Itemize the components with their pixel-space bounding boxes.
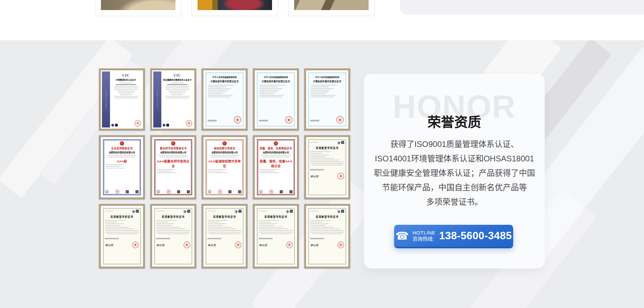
red-emblem-icon bbox=[120, 141, 124, 146]
red-round-stamp: ★ bbox=[132, 242, 139, 248]
red-emblem-icon bbox=[222, 141, 227, 146]
qr-code bbox=[289, 190, 292, 193]
hotline-number: 138-5600-3485 bbox=[439, 230, 512, 242]
honor-section: CERTIFICATE CIC 环境管理体系认证证书 ★ CERTIFICATE… bbox=[0, 40, 644, 308]
patent-inner-frame: 实用新型专利证书 申长雨 ★ bbox=[308, 208, 346, 264]
certificate-tile-10[interactable]: 实用新型专利证书 申长雨 ★ bbox=[304, 135, 350, 199]
qr-code bbox=[341, 210, 344, 213]
certificate-tile-2[interactable]: CERTIFICATE CIC 职业健康安全管理体系认证证书 ★ bbox=[150, 68, 196, 131]
cic-side-text: CERTIFICATE bbox=[156, 90, 158, 109]
hotline-label-zh: 咨询热线: bbox=[413, 236, 436, 242]
certificate-paper: 实用新型专利证书 申长雨 ★ bbox=[102, 207, 142, 265]
patent-footer: 申长雨 ★ bbox=[310, 173, 344, 179]
certificate-title: 环境管理体系认证证书 bbox=[111, 78, 141, 81]
certificate-paper: 实用新型专利证书 申长雨 ★ bbox=[256, 207, 296, 265]
patent-header bbox=[208, 210, 241, 214]
barcode bbox=[208, 238, 221, 239]
credit-logos: C ★ bbox=[259, 190, 292, 194]
certificate-paper: 中华人民共和国国家版权局 计算机软件著作权登记证书 ★ bbox=[256, 71, 296, 127]
red-star-stamp: ★ bbox=[115, 190, 119, 194]
certificate-paper: 中华人民共和国国家版权局 计算机软件著作权登记证书 ★ bbox=[205, 71, 245, 127]
red-star-stamp: ★ bbox=[186, 120, 192, 126]
certificate-paper: 质量、服务、信誉等级证书 合肥珂玛环保科技有限公司 质量、服务、信誉AAA级企业… bbox=[256, 138, 296, 196]
hotline-label-en: HOTLINE bbox=[413, 230, 436, 236]
credit-inner-frame: 重合同守信用等级证书 合肥珂玛环保科技有限公司 AAA级重合同守信用企业 C ★ bbox=[154, 139, 192, 195]
copyright-inner-frame: 中华人民共和国国家版权局 计算机软件著作权登记证书 ★ bbox=[308, 72, 346, 126]
red-star-stamp: ★ bbox=[269, 190, 273, 194]
gallery-photo-excavation bbox=[101, 0, 175, 10]
certificate-tile-4[interactable]: 中华人民共和国国家版权局 计算机软件著作权登记证书 ★ bbox=[253, 68, 299, 131]
certificate-title: 实用新型专利证书 bbox=[105, 215, 139, 218]
red-round-stamp: ★ bbox=[183, 242, 190, 248]
certificate-level: AAA级 bbox=[105, 159, 139, 163]
certificate-company: 合肥珂玛环保科技有限公司 bbox=[105, 151, 139, 154]
certificate-title: 实用新型专利证书 bbox=[208, 215, 241, 218]
qr-code bbox=[187, 210, 190, 213]
certificate-authority: 中华人民共和国国家版权局 bbox=[259, 75, 292, 79]
cic-qr-code bbox=[166, 124, 169, 126]
certificate-tile-6[interactable]: 企业信用等级证书 合肥珂玛环保科技有限公司 AAA级 C ★ bbox=[99, 135, 145, 199]
certificate-title: 实用新型专利证书 bbox=[259, 215, 293, 218]
cic-side-text: CERTIFICATE bbox=[105, 90, 107, 109]
patent-header bbox=[310, 210, 344, 214]
certificate-tile-14[interactable]: 实用新型专利证书 申长雨 ★ bbox=[253, 204, 299, 268]
certificate-paper: 实用新型专利证书 申长雨 ★ bbox=[307, 207, 347, 265]
cnipa-logo bbox=[132, 210, 136, 214]
certificate-company: 合肥珂玛环保科技有限公司 bbox=[208, 151, 241, 154]
signature: 申长雨 bbox=[310, 174, 318, 178]
credit-inner-frame: 企业信用等级证书 合肥珂玛环保科技有限公司 AAA级 C ★ bbox=[103, 139, 141, 195]
certificate-tile-5[interactable]: 中华人民共和国国家版权局 计算机软件著作权登记证书 ★ bbox=[304, 68, 350, 131]
cic-logo: CIC bbox=[111, 73, 141, 77]
certificate-tile-7[interactable]: 重合同守信用等级证书 合肥珂玛环保科技有限公司 AAA级重合同守信用企业 C ★ bbox=[150, 135, 196, 199]
qr-code bbox=[187, 190, 190, 193]
barcode bbox=[259, 238, 272, 239]
cic-round-logo bbox=[111, 124, 114, 126]
certificate-company: 合肥珂玛环保科技有限公司 bbox=[157, 151, 190, 154]
gallery-card-3[interactable] bbox=[288, 0, 375, 16]
signature: 申长雨 bbox=[105, 243, 113, 247]
certificate-tile-11[interactable]: 实用新型专利证书 申长雨 ★ bbox=[99, 204, 145, 268]
gallery-card-2[interactable] bbox=[192, 0, 278, 16]
patent-footer: 申长雨 ★ bbox=[259, 242, 293, 248]
cnipa-logo bbox=[286, 210, 290, 214]
hotline-button[interactable]: ☎ HOTLINE 咨询热线: 138-5600-3485 bbox=[394, 225, 513, 247]
certificate-authority: 中华人民共和国国家版权局 bbox=[311, 75, 344, 79]
red-round-stamp: ★ bbox=[336, 116, 344, 123]
cnipa-logo bbox=[234, 210, 238, 214]
certificate-title: 重合同守信用等级证书 bbox=[157, 146, 190, 150]
red-star-stamp: ★ bbox=[167, 190, 171, 194]
certificate-company: 合肥珂玛环保科技有限公司 bbox=[259, 151, 292, 154]
patent-footer: 申长雨 ★ bbox=[208, 242, 241, 248]
top-gallery-strip bbox=[0, 0, 644, 40]
certificate-paper: 重合同守信用等级证书 合肥珂玛环保科技有限公司 AAA级重合同守信用企业 C ★ bbox=[153, 138, 193, 196]
barcode bbox=[311, 120, 319, 121]
certificate-tile-3[interactable]: 中华人民共和国国家版权局 计算机软件著作权登记证书 ★ bbox=[202, 68, 248, 131]
certificate-title: 实用新型专利证书 bbox=[310, 146, 344, 150]
certificate-paper: 诚信经营示范单位 合肥珂玛环保科技有限公司 AAA级诚信经营示范单位 C ★ bbox=[205, 138, 245, 196]
qr-code bbox=[238, 210, 241, 213]
honor-description-line: 节能环保产品，中国自主创新名优产品等 bbox=[371, 180, 538, 195]
gallery-card-1[interactable] bbox=[95, 0, 181, 16]
top-right-panel-corner bbox=[400, 0, 644, 14]
certificate-tile-8[interactable]: 诚信经营示范单位 合肥珂玛环保科技有限公司 AAA级诚信经营示范单位 C ★ bbox=[202, 135, 248, 199]
cnipa-logo bbox=[183, 210, 187, 214]
qr-code bbox=[228, 190, 231, 193]
copyright-inner-frame: 中华人民共和国国家版权局 计算机软件著作权登记证书 ★ bbox=[206, 72, 244, 126]
phone-icon: ☎ bbox=[395, 230, 409, 241]
certificate-tile-13[interactable]: 实用新型专利证书 申长雨 ★ bbox=[202, 204, 248, 268]
certificate-title: 诚信经营示范单位 bbox=[208, 146, 241, 150]
certificate-tile-12[interactable]: 实用新型专利证书 申长雨 ★ bbox=[150, 204, 196, 268]
certificate-tile-1[interactable]: CERTIFICATE CIC 环境管理体系认证证书 ★ bbox=[99, 68, 145, 131]
certificate-tile-15[interactable]: 实用新型专利证书 申长雨 ★ bbox=[304, 204, 350, 268]
certificate-title: 计算机软件著作权登记证书 bbox=[259, 80, 292, 83]
qr-code bbox=[136, 210, 139, 213]
qr-code bbox=[136, 190, 139, 193]
credit-inner-frame: 质量、服务、信誉等级证书 合肥珂玛环保科技有限公司 质量、服务、信誉AAA级企业… bbox=[257, 139, 295, 195]
certificate-paper: 实用新型专利证书 申长雨 ★ bbox=[205, 207, 245, 265]
cnipa-logo bbox=[337, 141, 341, 145]
certificate-tile-9[interactable]: 质量、服务、信誉等级证书 合肥珂玛环保科技有限公司 质量、服务、信誉AAA级企业… bbox=[253, 135, 299, 199]
patent-header bbox=[310, 141, 344, 145]
cic-side-band: CERTIFICATE bbox=[153, 71, 161, 127]
copyright-inner-frame: 中华人民共和国国家版权局 计算机软件著作权登记证书 ★ bbox=[257, 72, 295, 126]
certificate-title: 职业健康安全管理体系认证证书 bbox=[163, 78, 192, 81]
